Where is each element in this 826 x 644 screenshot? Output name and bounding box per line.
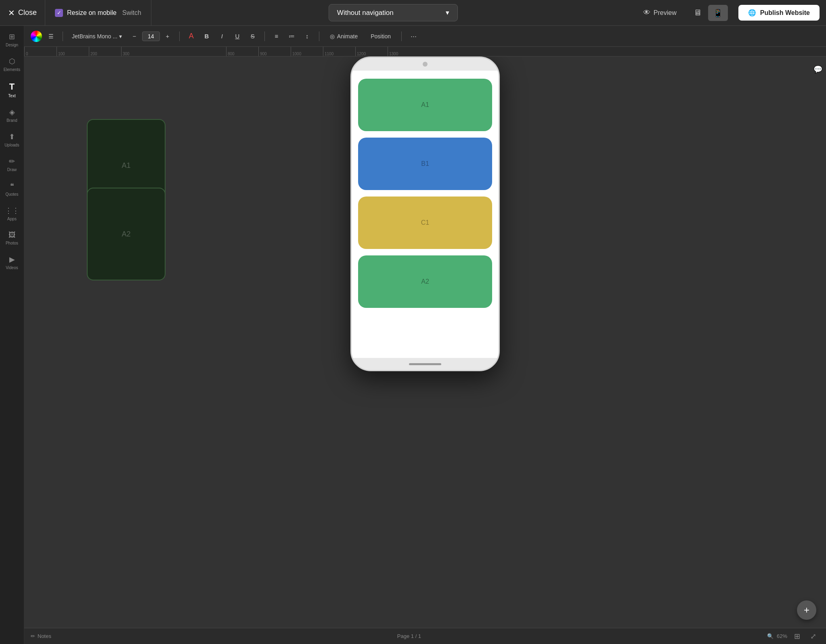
position-button[interactable]: Position bbox=[366, 31, 396, 42]
phone-camera bbox=[423, 62, 428, 67]
bottom-right: 🔍 62% ⊞ ⤢ bbox=[767, 630, 820, 643]
close-label: Close bbox=[18, 8, 37, 17]
sidebar-item-design[interactable]: ⊞ Design bbox=[2, 28, 23, 51]
preview-button[interactable]: 👁 Preview bbox=[635, 8, 685, 17]
sidebar-item-uploads[interactable]: ⬆ Uploads bbox=[2, 128, 23, 151]
horizontal-ruler: 0 100 200 300 800 900 1000 1100 1200 130… bbox=[24, 47, 826, 56]
phone-card-a1[interactable]: A1 bbox=[358, 79, 492, 131]
font-size-increase[interactable]: + bbox=[161, 30, 174, 42]
phone-side-handle[interactable] bbox=[499, 202, 500, 226]
phone-frame: A1 B1 C1 A2 bbox=[350, 56, 500, 371]
nav-selected-value: Without navigation bbox=[337, 9, 394, 17]
apps-icon: ⋮⋮ bbox=[5, 206, 19, 215]
sidebar-item-apps[interactable]: ⋮⋮ Apps bbox=[2, 202, 23, 225]
underline-button[interactable]: U bbox=[231, 30, 243, 42]
resize-toggle[interactable]: Resize on mobile Switch bbox=[45, 0, 151, 25]
sidebar-item-label: Text bbox=[8, 94, 15, 98]
ruler-mark-900: 900 bbox=[258, 47, 291, 56]
ruler-mark-1000: 1000 bbox=[291, 47, 323, 56]
sidebar-item-draw[interactable]: ✏ Draw bbox=[2, 153, 23, 176]
strikethrough-button[interactable]: S bbox=[247, 30, 259, 42]
resize-label: Resize on mobile bbox=[67, 9, 117, 17]
comment-button[interactable]: 💬 bbox=[811, 63, 824, 76]
toolbar-separator-2 bbox=[179, 31, 180, 41]
draw-icon: ✏ bbox=[9, 157, 15, 166]
sidebar-item-label: Draw bbox=[7, 167, 17, 172]
switch-label: Switch bbox=[122, 9, 141, 17]
navigation-dropdown[interactable]: Without navigation ▾ bbox=[329, 4, 458, 21]
toolbar-separator-5 bbox=[401, 31, 402, 41]
sidebar-item-label: Videos bbox=[6, 266, 18, 270]
bg-a2-label: A2 bbox=[122, 230, 130, 238]
sidebar-item-videos[interactable]: ▶ Videos bbox=[2, 251, 23, 274]
phone-card-c1[interactable]: C1 bbox=[358, 197, 492, 249]
align-button[interactable]: ≡ bbox=[270, 30, 283, 42]
sidebar-item-label: Brand bbox=[6, 118, 17, 123]
sidebar-item-brand[interactable]: ◈ Brand bbox=[2, 104, 23, 127]
bold-button[interactable]: B bbox=[201, 30, 213, 42]
canvas-area: A1 C1 A2 C2 A1 B1 C1 bbox=[24, 56, 826, 628]
font-size-group: − + bbox=[128, 30, 174, 42]
bottom-bar: ✏ Notes Page 1 / 1 🔍 62% ⊞ ⤢ bbox=[24, 628, 826, 644]
resize-checkbox[interactable] bbox=[55, 9, 63, 17]
italic-button[interactable]: I bbox=[216, 30, 228, 42]
left-sidebar: ⊞ Design ⬡ Elements T Text ◈ Brand ⬆ Upl… bbox=[0, 0, 24, 644]
sidebar-item-label: Elements bbox=[4, 67, 21, 72]
toolbar-separator-3 bbox=[264, 31, 265, 41]
uploads-icon: ⬆ bbox=[9, 132, 15, 141]
nav-dropdown-arrow: ▾ bbox=[446, 8, 449, 17]
publish-button[interactable]: 🌐 Publish Website bbox=[738, 5, 820, 21]
fab-add-button[interactable]: + bbox=[797, 600, 816, 620]
zoom-control[interactable]: 🔍 62% bbox=[767, 633, 787, 639]
fullscreen-button[interactable]: ⤢ bbox=[807, 630, 820, 643]
zoom-icon: 🔍 bbox=[767, 633, 774, 639]
right-tools: 💬 bbox=[810, 56, 826, 76]
menu-button[interactable]: ☰ bbox=[45, 31, 57, 42]
design-icon: ⊞ bbox=[9, 32, 15, 41]
font-color-button[interactable]: A bbox=[185, 30, 197, 42]
notes-icon: ✏ bbox=[31, 633, 35, 639]
photos-icon: 🖼 bbox=[8, 231, 16, 239]
bg-element-a2: A2 bbox=[87, 188, 166, 280]
ruler-mark-1200: 1200 bbox=[355, 47, 388, 56]
toolbar-separator-1 bbox=[63, 31, 63, 41]
notes-label: Notes bbox=[38, 633, 51, 639]
desktop-device-button[interactable]: 🖥 bbox=[689, 5, 707, 21]
sidebar-item-label: Quotes bbox=[5, 192, 18, 197]
font-size-decrease[interactable]: − bbox=[128, 30, 140, 42]
home-indicator bbox=[409, 363, 441, 365]
brand-icon: ◈ bbox=[9, 108, 15, 117]
sidebar-item-label: Design bbox=[6, 43, 18, 47]
color-swatch[interactable] bbox=[31, 31, 42, 42]
publish-icon: 🌐 bbox=[748, 9, 756, 17]
notes-section[interactable]: ✏ Notes bbox=[31, 633, 51, 639]
more-options-button[interactable]: ⋯ bbox=[407, 30, 419, 42]
phone-notch-bar bbox=[352, 58, 499, 71]
animate-button[interactable]: ◎ Animate bbox=[325, 31, 363, 42]
bg-a1-label: A1 bbox=[122, 161, 130, 170]
sidebar-item-elements[interactable]: ⬡ Elements bbox=[2, 53, 23, 76]
mobile-device-button[interactable]: 📱 bbox=[708, 5, 728, 21]
ruler-mark-1300: 1300 bbox=[388, 47, 420, 56]
sidebar-item-quotes[interactable]: ❝ Quotes bbox=[2, 178, 23, 201]
phone-card-a2-label: A2 bbox=[421, 278, 429, 285]
phone-card-a1-label: A1 bbox=[421, 101, 429, 109]
animate-icon: ◎ bbox=[330, 33, 335, 40]
quotes-icon: ❝ bbox=[10, 182, 14, 190]
phone-card-a2[interactable]: A2 bbox=[358, 255, 492, 308]
close-button[interactable]: ✕ Close bbox=[0, 0, 45, 25]
preview-label: Preview bbox=[654, 9, 677, 17]
sidebar-item-photos[interactable]: 🖼 Photos bbox=[2, 227, 23, 249]
elements-icon: ⬡ bbox=[9, 57, 15, 66]
sidebar-item-label: Uploads bbox=[4, 143, 19, 147]
phone-card-b1[interactable]: B1 bbox=[358, 138, 492, 190]
font-size-input[interactable] bbox=[142, 31, 160, 41]
line-height-button[interactable]: ↕ bbox=[301, 30, 313, 42]
ruler-mark-0: 0 bbox=[24, 47, 57, 56]
list-button[interactable]: ≔ bbox=[286, 30, 298, 42]
ruler-mark-800: 800 bbox=[226, 47, 258, 56]
sidebar-item-text[interactable]: T Text bbox=[2, 77, 23, 102]
grid-view-button[interactable]: ⊞ bbox=[790, 630, 803, 643]
phone-card-c1-label: C1 bbox=[421, 219, 429, 226]
font-family-dropdown[interactable]: JetBrains Mono ... ▾ bbox=[69, 31, 125, 42]
